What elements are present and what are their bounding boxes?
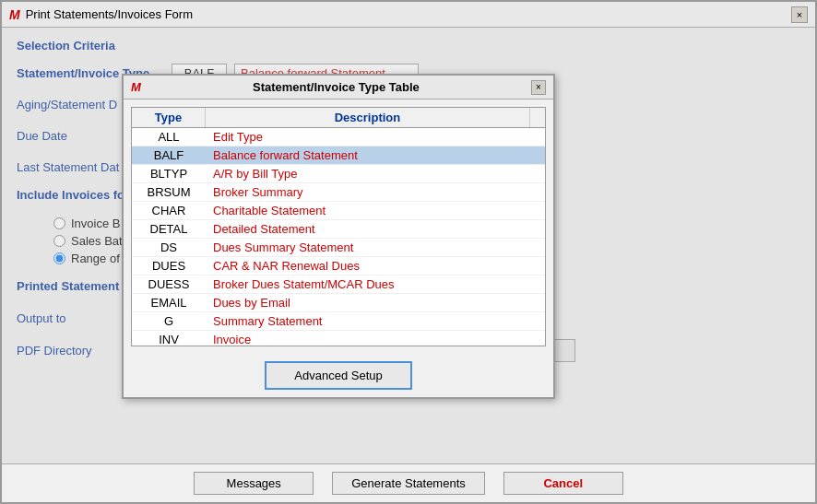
desc-cell: CAR & NAR Renewal Dues	[206, 257, 545, 275]
popup-title-left: M	[131, 80, 141, 94]
popup-footer: Advanced Setup	[124, 354, 553, 397]
desc-cell: A/R by Bill Type	[206, 165, 545, 182]
table-row[interactable]: BLTYPA/R by Bill Type	[132, 165, 545, 183]
type-cell: EMAIL	[132, 294, 206, 311]
desc-cell: Balance forward Statement	[206, 147, 545, 164]
table-row[interactable]: GSummary Statement	[132, 312, 545, 331]
popup-app-icon: M	[131, 80, 141, 94]
col-type: Type	[132, 108, 206, 127]
desc-cell: Dues Summary Statement	[206, 239, 545, 256]
bottom-buttons: Messages Generate Statements Cancel	[2, 463, 815, 502]
messages-button[interactable]: Messages	[194, 472, 314, 495]
close-button[interactable]: ×	[791, 6, 808, 23]
type-cell: ALL	[132, 128, 206, 146]
table-row[interactable]: ALLEdit Type	[132, 128, 545, 147]
window-content: Selection Criteria Statement/Invoice Typ…	[2, 28, 815, 463]
popup-title: Statement/Invoice Type Table	[141, 80, 531, 94]
table-body[interactable]: ALLEdit TypeBALFBalance forward Statemen…	[132, 128, 545, 346]
desc-cell: Dues by Email	[206, 294, 545, 311]
generate-statements-button[interactable]: Generate Statements	[332, 472, 485, 495]
main-window: M Print Statements/Invoices Form × Selec…	[0, 0, 817, 504]
popup-dialog: M Statement/Invoice Type Table × Type De…	[122, 74, 555, 399]
desc-cell: Summary Statement	[206, 312, 545, 330]
title-bar-left: M Print Statements/Invoices Form	[9, 7, 193, 22]
table-row[interactable]: CHARCharitable Statement	[132, 202, 545, 220]
table-row[interactable]: BALFBalance forward Statement	[132, 147, 545, 165]
advanced-setup-button[interactable]: Advanced Setup	[265, 361, 411, 390]
table-row[interactable]: DUESSBroker Dues Statemt/MCAR Dues	[132, 275, 545, 294]
table-row[interactable]: INVInvoice	[132, 331, 545, 346]
table-row[interactable]: DETALDetailed Statement	[132, 220, 545, 239]
type-cell: INV	[132, 331, 206, 346]
desc-cell: Edit Type	[206, 128, 545, 146]
title-bar: M Print Statements/Invoices Form ×	[2, 2, 815, 28]
type-cell: DETAL	[132, 220, 206, 238]
popup-close-button[interactable]: ×	[531, 80, 546, 95]
type-cell: BLTYP	[132, 165, 206, 182]
table-row[interactable]: DSDues Summary Statement	[132, 239, 545, 257]
type-cell: DUESS	[132, 275, 206, 293]
desc-cell: Detailed Statement	[206, 220, 545, 238]
popup-content: Type Description ALLEdit TypeBALFBalance…	[124, 100, 553, 354]
desc-cell: Broker Summary	[206, 183, 545, 201]
cancel-button[interactable]: Cancel	[503, 472, 623, 495]
type-cell: DS	[132, 239, 206, 256]
table-header: Type Description	[132, 108, 545, 128]
col-description: Description	[206, 108, 530, 127]
table-row[interactable]: BRSUMBroker Summary	[132, 183, 545, 202]
type-cell: DUES	[132, 257, 206, 275]
type-cell: G	[132, 312, 206, 330]
scrollbar-placeholder	[530, 108, 545, 127]
table-row[interactable]: EMAILDues by Email	[132, 294, 545, 312]
table-row[interactable]: DUESCAR & NAR Renewal Dues	[132, 257, 545, 275]
desc-cell: Broker Dues Statemt/MCAR Dues	[206, 275, 545, 293]
app-icon: M	[9, 7, 20, 22]
type-table: Type Description ALLEdit TypeBALFBalance…	[131, 107, 546, 346]
type-cell: BRSUM	[132, 183, 206, 201]
type-cell: BALF	[132, 147, 206, 164]
desc-cell: Invoice	[206, 331, 545, 346]
popup-title-bar: M Statement/Invoice Type Table ×	[124, 76, 553, 100]
window-title: Print Statements/Invoices Form	[26, 7, 193, 21]
desc-cell: Charitable Statement	[206, 202, 545, 219]
type-cell: CHAR	[132, 202, 206, 219]
popup-overlay: M Statement/Invoice Type Table × Type De…	[2, 28, 815, 463]
